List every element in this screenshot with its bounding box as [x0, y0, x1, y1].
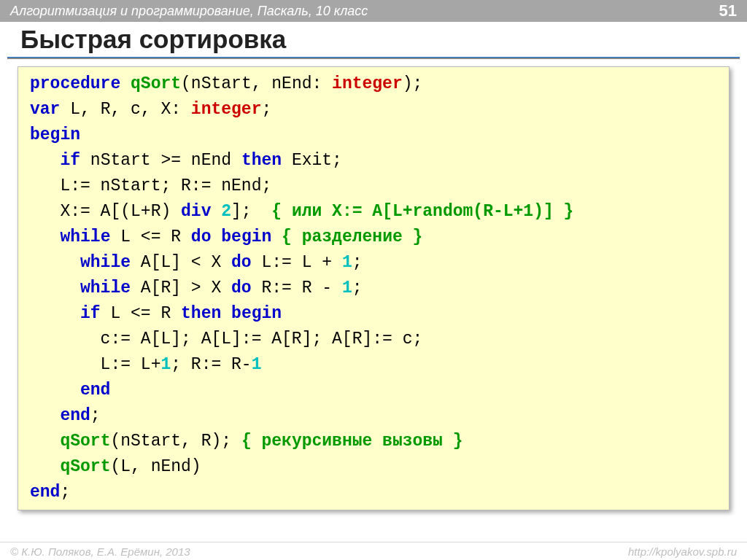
keyword-if: if [80, 304, 101, 323]
keyword-do: do [231, 279, 252, 298]
type-integer: integer [191, 100, 262, 119]
code-text: L <= R [101, 304, 181, 323]
keyword-then: then [241, 151, 282, 170]
keyword-do: do [191, 228, 212, 246]
keyword-end: end [80, 381, 110, 400]
code-text: ); [403, 74, 423, 93]
func-qsort: qSort [60, 432, 110, 451]
code-text [30, 432, 60, 451]
code-text: R:= R - [252, 279, 342, 298]
code-text: ; [90, 406, 101, 425]
code-text: L <= R [110, 228, 190, 246]
number-literal: 1 [342, 279, 352, 298]
number-literal: 1 [252, 355, 262, 374]
slide-footer: © К.Ю. Поляков, Е.А. Ерёмин, 2013 http:/… [0, 542, 747, 560]
code-text [30, 406, 60, 425]
code-text: ; [352, 253, 363, 272]
code-text [271, 228, 282, 246]
code-text: L:= L+ [30, 355, 160, 374]
keyword-begin: begin [30, 125, 80, 144]
code-text [221, 304, 231, 323]
slide-header: Алгоритмизация и программирование, Паска… [0, 0, 747, 22]
code-text: L:= L + [252, 253, 342, 272]
comment: { разделение } [282, 228, 422, 246]
code-text: (nStart, R); [110, 432, 241, 451]
footer-copyright: © К.Ю. Поляков, Е.А. Ерёмин, 2013 [10, 545, 190, 558]
slide-title: Быстрая сортировка [0, 22, 747, 57]
keyword-end: end [60, 406, 90, 425]
code-text: ; [261, 100, 271, 119]
footer-url: http://kpolyakov.spb.ru [628, 545, 737, 558]
code-text: c:= A[L]; A[L]:= A[R]; A[R]:= c; [30, 330, 422, 349]
number-literal: 1 [342, 253, 352, 272]
slide: Алгоритмизация и программирование, Паска… [0, 0, 747, 560]
code-text: (L, nEnd) [110, 457, 201, 476]
code-text: Exit; [282, 151, 342, 170]
code-text: A[L] < X [131, 253, 231, 272]
number-literal: 1 [160, 355, 171, 374]
page-number: 51 [719, 1, 737, 20]
type-integer: integer [332, 74, 403, 93]
number-literal: 2 [221, 202, 231, 221]
keyword-var: var [30, 100, 60, 119]
code-text: nStart >= nEnd [80, 151, 241, 170]
keyword-div: div [171, 202, 221, 221]
code-text: ]; [231, 202, 271, 221]
code-text [211, 228, 221, 246]
keyword-then: then [181, 304, 221, 323]
keyword-do: do [231, 253, 252, 272]
code-block: procedure qSort(nStart, nEnd: integer); … [18, 66, 729, 510]
code-text [30, 253, 80, 272]
code-text [30, 457, 60, 476]
code-text: ; R:= R- [171, 355, 251, 374]
code-text [30, 228, 60, 246]
keyword-while: while [80, 279, 131, 298]
comment: { рекурсивные вызовы } [241, 432, 463, 451]
title-divider [7, 57, 740, 59]
code-text: L:= nStart; R:= nEnd; [30, 176, 271, 195]
keyword-procedure: procedure [30, 74, 120, 93]
code-text: (nStart, nEnd: [181, 74, 332, 93]
keyword-while: while [80, 253, 131, 272]
code-text: X:= A[(L+R) [30, 202, 171, 221]
keyword-begin: begin [231, 304, 282, 323]
keyword-while: while [60, 228, 110, 246]
func-qsort: qSort [60, 457, 110, 476]
code-text: ; [352, 279, 363, 298]
func-qsort: qSort [131, 74, 181, 93]
keyword-if: if [60, 151, 80, 170]
keyword-end: end [30, 483, 60, 502]
code-text: A[R] > X [131, 279, 231, 298]
code-text [30, 381, 80, 400]
code-text [30, 304, 80, 323]
code-text: ; [60, 483, 70, 502]
course-title: Алгоритмизация и программирование, Паска… [10, 4, 368, 19]
keyword-begin: begin [221, 228, 271, 246]
code-text: L, R, c, X: [60, 100, 190, 119]
comment: { или X:= A[L+random(R-L+1)] } [271, 202, 573, 221]
code-text [30, 279, 80, 298]
